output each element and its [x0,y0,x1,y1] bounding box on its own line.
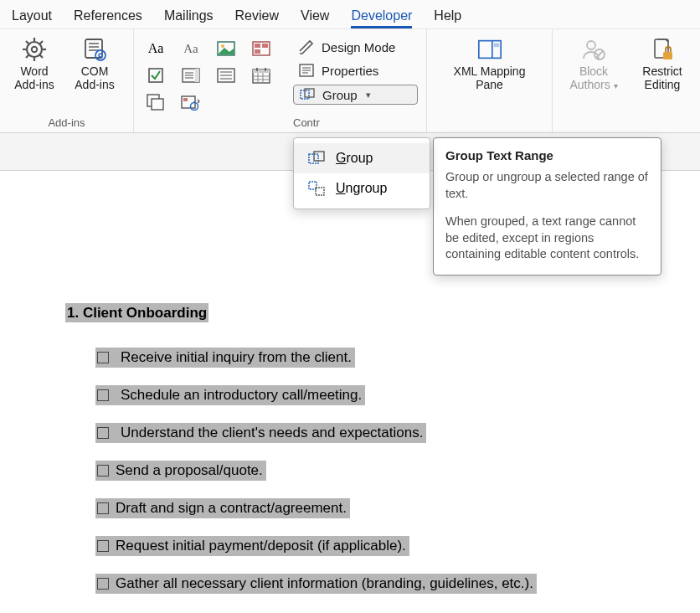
ribbon-group-label-addins: Add-ins [8,116,125,129]
svg-point-17 [221,44,224,48]
svg-point-15 [99,54,102,57]
svg-rect-10 [85,39,102,58]
svg-rect-27 [195,69,199,82]
checklist-item-label: Receive initial inquiry from the client. [121,349,352,366]
svg-rect-43 [183,98,188,101]
section-heading[interactable]: 1. Client Onboarding [65,303,208,322]
svg-point-44 [191,103,198,111]
checkbox-control-icon[interactable] [142,64,169,86]
tooltip-body-1: Group or ungroup a selected range of tex… [445,169,649,202]
tab-review[interactable]: Review [235,8,279,28]
tab-help[interactable]: Help [434,8,461,28]
svg-point-1 [32,47,37,52]
checklist-item[interactable]: Gather all necessary client information … [95,564,700,602]
chevron-down-icon: ▾ [366,90,371,100]
group-icon [299,87,316,102]
checklist-item-label: Draft and sign a contract/agreement. [116,500,347,517]
svg-rect-59 [663,52,672,59]
dropdown-list-control-icon[interactable] [213,64,239,86]
restrict-editing-button[interactable]: Restrict Editing [635,34,690,91]
checklist: Receive initial inquiry from the client.… [65,338,700,602]
tab-developer[interactable]: Developer [351,8,412,28]
repeating-section-control-icon[interactable] [142,91,169,113]
checkbox-icon[interactable] [97,540,109,552]
checklist-item[interactable]: Understand the client's needs and expect… [95,414,700,451]
chevron-down-icon: ▾ [614,81,618,90]
checkbox-icon[interactable] [97,465,109,476]
checklist-item-label: Gather all necessary client information … [116,575,533,592]
restrict-editing-icon [649,36,676,63]
picture-control-icon[interactable] [213,38,239,59]
plain-text-control-icon[interactable]: Aa [178,38,204,59]
checklist-item[interactable]: Send a proposal/quote. [95,451,700,489]
svg-rect-61 [314,152,324,161]
checkbox-icon[interactable] [97,389,109,401]
svg-point-14 [95,50,106,60]
svg-rect-33 [253,70,270,73]
svg-rect-19 [255,44,260,48]
svg-rect-63 [316,188,324,195]
checkbox-icon[interactable] [97,352,109,363]
content-controls-grid: Aa Aa [142,34,276,115]
group-menuitem[interactable]: Group [294,143,430,173]
svg-rect-21 [255,49,260,54]
rich-text-control-icon[interactable]: Aa [142,38,169,59]
svg-line-8 [26,55,29,59]
svg-rect-41 [152,99,163,110]
svg-point-0 [27,42,42,57]
combo-box-control-icon[interactable] [178,64,204,86]
ribbon-group-label-controls: Contr [293,116,418,129]
com-addins-button[interactable]: COM Add-ins [69,34,121,91]
svg-line-7 [40,55,44,59]
legacy-tools-icon[interactable] [178,91,204,113]
tab-view[interactable]: View [301,8,329,28]
gear-icon [21,36,48,63]
svg-line-9 [40,41,44,44]
design-mode-icon [298,39,315,54]
mapping-pane-icon [476,36,503,63]
tooltip-title: Group Text Range [445,148,649,162]
tab-layout[interactable]: Layout [12,8,52,28]
checklist-item-label: Send a proposal/quote. [116,462,263,479]
checklist-item-label: Understand the client's needs and expect… [121,425,423,441]
tooltip-body-2: When grouped, a text range cannot be edi… [445,214,649,263]
ribbon-tabs: Layout References Mailings Review View D… [0,0,700,29]
svg-rect-20 [262,44,268,48]
checklist-item-label: Request initial payment/deposit (if appl… [116,538,406,554]
checklist-item[interactable]: Request initial payment/deposit (if appl… [95,527,700,564]
com-addins-icon [81,36,108,63]
date-picker-control-icon[interactable] [248,64,275,86]
checkbox-icon[interactable] [97,502,109,514]
svg-rect-22 [149,69,162,82]
checklist-item-label: Schedule an introductory call/meeting. [121,387,362,404]
ungroup-icon [307,180,326,197]
svg-line-6 [26,41,29,44]
checkbox-icon[interactable] [97,427,109,439]
ribbon: Word Add-ins COM Add-ins Add-ins Aa Aa [0,29,700,133]
word-addins-button[interactable]: Word Add-ins [8,34,60,91]
tab-mailings[interactable]: Mailings [164,8,214,28]
properties-icon [298,63,315,78]
block-authors-button: Block Authors ▾ [561,34,626,91]
building-block-gallery-icon[interactable] [248,38,275,59]
properties-button[interactable]: Properties [293,61,418,80]
tab-references[interactable]: References [74,8,142,28]
checklist-item[interactable]: Schedule an introductory call/meeting. [95,376,700,414]
svg-rect-54 [493,43,499,47]
xml-mapping-pane-button[interactable]: XML Mapping Pane [440,34,540,91]
checklist-item[interactable]: Receive initial inquiry from the client. [95,338,700,376]
group-icon [307,150,326,167]
group-dropdown-menu: Group Ungroup [293,137,430,209]
svg-point-55 [587,41,595,49]
tooltip: Group Text Range Group or ungroup a sele… [433,137,661,276]
checklist-item[interactable]: Draft and sign a contract/agreement. [95,489,700,527]
block-authors-icon [580,36,607,63]
group-menu-button[interactable]: Group ▾ [293,85,418,105]
design-mode-button[interactable]: Design Mode [293,38,418,56]
checkbox-icon[interactable] [97,578,109,590]
ungroup-menuitem[interactable]: Ungroup [294,173,430,203]
